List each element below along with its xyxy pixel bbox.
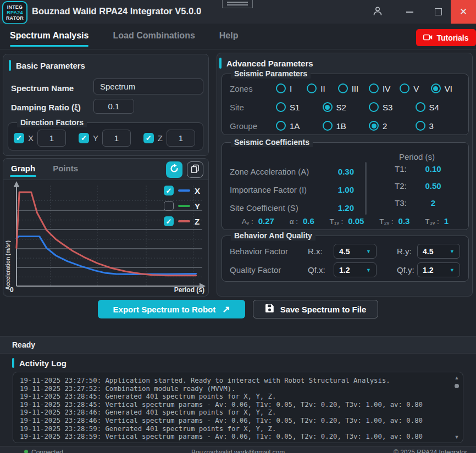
behavior-quality-group: Behavior And Quality Behavior FactorR.x:… <box>222 236 469 282</box>
user-account-button[interactable] <box>365 0 390 24</box>
dropdown-value: 1.2 <box>423 266 433 275</box>
coeff-t: T₃ᵥ :1 <box>425 216 449 226</box>
maximize-button[interactable] <box>425 0 451 24</box>
save-spectrum-button[interactable]: Save Spectrum to File <box>253 300 378 318</box>
radio-zones-i[interactable]: I <box>276 83 307 93</box>
seismic-rows: ZonesIIIIIIIVVVISiteS1S2S3S4Groupe1A1B23 <box>222 81 468 133</box>
tab-graph[interactable]: Graph <box>11 164 35 177</box>
dropdown-qf-x[interactable]: 1.2▼ <box>334 262 377 277</box>
scroll-up-icon[interactable]: ▲ <box>452 375 461 381</box>
radio-icon <box>323 102 333 112</box>
log-scrollbar[interactable]: ▲ ▼ <box>452 374 461 441</box>
radio-zones-v[interactable]: V <box>400 83 430 93</box>
export-spectrum-button[interactable]: Export Spectrum to Robot ↗ <box>98 300 245 318</box>
coeff-label: Aᵥ : <box>242 217 253 226</box>
log-entry: 19-11-2025 23:28:59: Generated 401 spect… <box>20 425 446 433</box>
radio-icon <box>323 121 333 131</box>
minimize-button[interactable] <box>397 0 422 24</box>
app-logo: INTEG RPA24 RATOR <box>2 1 27 24</box>
coeff-label: Importance Factor (I) <box>230 185 307 194</box>
tab-spectrum-analysis[interactable]: Spectrum Analysis <box>10 24 88 49</box>
copy-points-button[interactable] <box>187 161 203 178</box>
scroll-down-icon[interactable]: ▼ <box>452 434 461 440</box>
radio-label: S3 <box>383 103 392 112</box>
legend-y-checkbox[interactable] <box>164 201 174 211</box>
refresh-chart-button[interactable] <box>166 161 182 178</box>
row-zones: ZonesIIIIIIIVVVI <box>222 81 468 96</box>
legend-z-checkbox[interactable]: ✓ <box>164 216 174 226</box>
radio-zones-ii[interactable]: II <box>307 83 337 93</box>
dropdown-value: 4.5 <box>423 247 433 256</box>
close-button[interactable]: ✕ <box>451 0 476 24</box>
dropdown-r-y[interactable]: 4.5▼ <box>417 244 460 259</box>
advanced-parameters-header: Advanced Parameters <box>219 58 313 69</box>
graph-tabs: GraphPoints <box>11 164 78 177</box>
direction-x-checkbox[interactable]: ✓ <box>14 133 24 143</box>
coeff-value: 0.05 <box>348 216 364 226</box>
tab-load-combinations[interactable]: Load Combinations <box>113 24 195 49</box>
radio-site-s3[interactable]: S3 <box>369 102 416 112</box>
radio-label: 1B <box>336 121 346 131</box>
dropdown-qf-y[interactable]: 1.2▼ <box>417 262 460 277</box>
coeff-value: 1.20 <box>338 203 354 212</box>
direction-z-input[interactable] <box>167 130 195 147</box>
direction-y-checkbox[interactable]: ✓ <box>79 133 89 143</box>
radio-zones-vi[interactable]: VI <box>431 83 462 93</box>
activity-log-header: Activity Log <box>12 358 67 368</box>
coeff-importance-factor-i: Importance Factor (I)1.00 <box>230 185 354 194</box>
chevron-down-icon: ▼ <box>366 267 371 273</box>
drag-handle[interactable] <box>222 0 253 8</box>
radio-groupe-3[interactable]: 3 <box>416 121 462 131</box>
row-groupe: Groupe1A1B23 <box>222 119 468 133</box>
field-key-qf-y: Qf.y: <box>397 265 417 275</box>
video-camera-icon <box>423 33 433 42</box>
legend-label: Y <box>195 202 200 211</box>
radio-zones-iv[interactable]: IV <box>369 83 400 93</box>
radio-groupe-1b[interactable]: 1B <box>323 121 369 131</box>
radio-site-s2[interactable]: S2 <box>323 102 369 112</box>
legend-swatch <box>178 189 190 192</box>
direction-x-input[interactable] <box>37 130 66 147</box>
period-t1: T1:0.10 <box>395 164 447 174</box>
footer-copyright: © 2025 RPA24 Integrator <box>394 449 467 453</box>
radio-label: 1A <box>290 121 300 131</box>
radio-site-s4[interactable]: S4 <box>416 102 462 112</box>
user-icon <box>372 5 383 19</box>
accent-bar <box>12 358 14 368</box>
radio-groupe-2[interactable]: 2 <box>369 121 416 131</box>
window-title: Bouznad Walid RPA24 Integrator V5.0.0 <box>32 6 201 16</box>
spectrum-chart: Acceleration (m/s²) 0 Period (s) ✓XY✓Z <box>4 180 208 295</box>
spectrum-name-input[interactable] <box>93 79 203 94</box>
coeff-value: 0.3 <box>398 216 410 226</box>
activity-log-box[interactable]: 19-11-2025 23:27:50: Application started… <box>13 372 463 443</box>
coeff-bottom: Aᵥ :0.27α :0.6T₁ᵥ :0.05T₂ᵥ :0.3T₃ᵥ :1 <box>226 216 464 226</box>
period-label: T2: <box>395 181 407 191</box>
legend-y: Y <box>164 201 200 211</box>
series-x <box>16 236 196 274</box>
tab-points[interactable]: Points <box>53 164 78 177</box>
radio-zones-iii[interactable]: III <box>338 83 369 93</box>
dropdown-r-x[interactable]: 4.5▼ <box>334 244 377 259</box>
dropdown-value: 1.2 <box>339 266 350 275</box>
legend-z: ✓Z <box>164 216 200 226</box>
direction-y-input[interactable] <box>102 130 131 147</box>
tutorials-button[interactable]: Tutorials <box>416 29 476 46</box>
advanced-parameters-title: Advanced Parameters <box>226 59 313 68</box>
tab-help[interactable]: Help <box>219 24 239 49</box>
radio-label: V <box>413 84 419 93</box>
period-value: 2 <box>419 198 447 208</box>
scrollbar-thumb[interactable] <box>455 384 459 388</box>
radio-icon <box>369 83 379 93</box>
radio-label: VI <box>445 84 452 93</box>
seismic-parameters-legend: Seismic Parameters <box>231 69 311 79</box>
direction-z-checkbox[interactable]: ✓ <box>143 133 154 143</box>
damping-ratio-input[interactable] <box>93 99 134 114</box>
radio-icon <box>369 121 379 131</box>
log-entry: 19-11-2025 23:27:52: Combination module … <box>20 385 446 393</box>
direction-y: ✓Y <box>79 130 131 147</box>
legend-x-checkbox[interactable]: ✓ <box>164 186 174 195</box>
radio-icon <box>400 83 409 93</box>
direction-axis-label: X <box>28 133 34 143</box>
radio-site-s1[interactable]: S1 <box>276 102 323 112</box>
radio-groupe-1a[interactable]: 1A <box>276 121 323 131</box>
